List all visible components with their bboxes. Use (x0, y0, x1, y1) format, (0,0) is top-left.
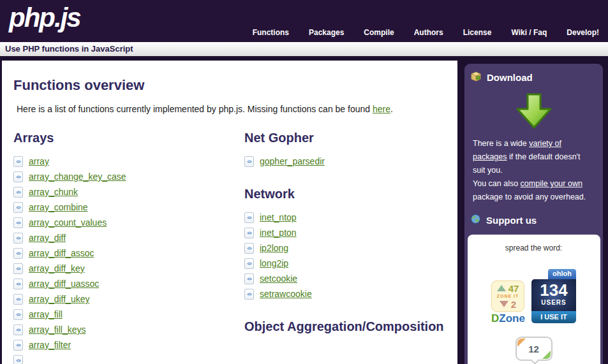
function-link[interactable]: inet_pton (260, 228, 297, 238)
function-link[interactable]: array_diff_ukey (29, 294, 89, 304)
dzone-logo-zone: Zone (499, 312, 525, 324)
intro-before: Here is a list of functions currently im… (17, 104, 373, 114)
function-list-item: setcookie (244, 271, 455, 286)
code-file-icon (244, 258, 254, 269)
missing-functions-link[interactable]: here (373, 104, 390, 114)
dzone-down-count: 2 (511, 299, 516, 310)
nav-wiki-faq[interactable]: Wiki / Faq (511, 28, 547, 37)
compile-your-own-link[interactable]: compile your own (521, 179, 582, 188)
nav-license[interactable]: License (463, 28, 492, 37)
function-link[interactable]: array_chunk (29, 187, 78, 197)
spread-the-word-label: spread the word: (468, 244, 600, 252)
column-left: Arraysarrayarray_change_key_casearray_ch… (13, 129, 244, 364)
support-heading-label: Support us (486, 215, 537, 226)
code-file-icon (13, 355, 23, 364)
function-link[interactable]: array (29, 156, 49, 166)
dzone-up-count: 47 (508, 283, 519, 294)
function-link[interactable]: array_diff_uassoc (29, 279, 99, 289)
download-p2-before: You can also (473, 179, 521, 188)
function-list-item: array_diff_key (13, 261, 244, 276)
header: php.js FunctionsPackagesCompileAuthorsLi… (0, 0, 608, 42)
download-arrow-icon[interactable] (514, 92, 554, 129)
badges-row: 47 ZONE IT 2 DZone ohloh 134 USERS (468, 269, 600, 325)
function-list-item: array_count_values (13, 215, 244, 230)
flattr-corner-orange-icon (517, 339, 526, 347)
code-file-icon (13, 324, 23, 335)
ohloh-tab-label: ohloh (548, 269, 576, 279)
code-file-icon (13, 309, 23, 320)
function-list-item: inet_pton (244, 225, 455, 240)
function-list-item: array_combine (13, 200, 244, 215)
function-link[interactable]: array_diff_key (29, 263, 85, 273)
code-file-icon (244, 228, 254, 238)
dzone-zone-it-label[interactable]: ZONE IT (493, 293, 523, 299)
code-file-icon (244, 243, 254, 254)
sidebar: Download There is a wide variety of pack… (464, 64, 603, 364)
function-link[interactable]: array_count_values (29, 217, 107, 228)
nav-functions[interactable]: Functions (253, 28, 289, 37)
function-list-item: array_diff (13, 230, 244, 245)
function-list-item: array_diff_uassoc (13, 276, 244, 291)
site-logo[interactable]: php.js (9, 3, 80, 33)
function-list: inet_ntopinet_ptonip2longlong2ipsetcooki… (244, 210, 455, 302)
function-columns: Arraysarrayarray_change_key_casearray_ch… (13, 129, 457, 364)
function-link[interactable]: array_change_key_case (29, 171, 126, 182)
tagline-bar: Use PHP functions in JavaScript (0, 42, 608, 56)
main-nav: FunctionsPackagesCompileAuthorsLicenseWi… (253, 28, 599, 37)
function-link[interactable]: array_fill_keys (29, 324, 85, 335)
code-file-icon (13, 156, 23, 167)
support-card: spread the word: 47 ZONE IT 2 (468, 235, 600, 364)
function-list-item: array_fill (13, 307, 244, 322)
function-link[interactable]: ip2long (260, 243, 288, 253)
vote-down-icon[interactable] (500, 301, 508, 307)
function-list-item: inet_ntop (244, 210, 455, 225)
ohloh-i-use-it-button[interactable]: I USE IT (531, 311, 576, 323)
function-list-item: ip2long (244, 240, 455, 256)
function-link[interactable]: gopher_parsedir (260, 156, 325, 166)
function-list-item-partial (13, 353, 244, 364)
page-title: Functions overview (13, 77, 457, 94)
code-file-icon (13, 279, 23, 289)
main-content: Functions overview Here is a list of fun… (2, 61, 457, 364)
function-link[interactable]: array_diff_assoc (29, 248, 94, 258)
code-file-icon (13, 263, 23, 274)
section-heading: Arrays (13, 129, 244, 146)
function-link[interactable]: array_combine (29, 202, 88, 212)
globe-icon (471, 214, 480, 226)
function-link[interactable]: array_fill (29, 309, 63, 319)
vote-up-icon[interactable] (497, 285, 506, 291)
code-file-icon (244, 156, 254, 167)
function-list-item: array_diff_ukey (13, 291, 244, 307)
nav-authors[interactable]: Authors (414, 28, 443, 37)
code-file-icon (13, 202, 23, 213)
function-list: gopher_parsedir (244, 154, 455, 169)
flattr-bubble-tail (531, 356, 539, 364)
flattr-count-bubble: 12 (515, 337, 552, 361)
function-link[interactable]: array_filter (29, 340, 71, 350)
function-list: arrayarray_change_key_casearray_chunkarr… (13, 154, 244, 364)
ohloh-badge[interactable]: ohloh 134 USERS I USE IT (531, 269, 576, 323)
download-p2-after: package to avoid any overhead. (473, 193, 586, 201)
code-file-icon (244, 289, 254, 300)
function-link[interactable]: long2ip (260, 258, 288, 268)
section-heading: Net Gopher (244, 129, 455, 146)
function-link[interactable]: setrawcookie (260, 289, 312, 299)
function-list-item: array_change_key_case (13, 169, 244, 184)
function-link[interactable]: array_diff (29, 233, 66, 243)
section-heading: Network (244, 186, 455, 202)
function-list-item: array (13, 154, 244, 169)
function-link[interactable]: inet_ntop (260, 212, 297, 222)
nav-compile[interactable]: Compile (364, 28, 394, 37)
function-link[interactable]: setcookie (260, 273, 297, 284)
code-file-icon (13, 233, 23, 244)
dzone-badge[interactable]: 47 ZONE IT 2 DZone (491, 280, 524, 325)
code-file-icon (244, 273, 254, 284)
dzone-logo-d: D (491, 312, 499, 324)
download-text: There is a wide variety of packages if t… (464, 137, 603, 204)
code-file-icon (13, 171, 23, 182)
function-list-item: array_filter (13, 337, 244, 353)
nav-packages[interactable]: Packages (309, 28, 344, 37)
intro-after: . (390, 104, 393, 114)
nav-develop[interactable]: Develop! (567, 28, 599, 37)
download-heading-label: Download (487, 72, 533, 83)
